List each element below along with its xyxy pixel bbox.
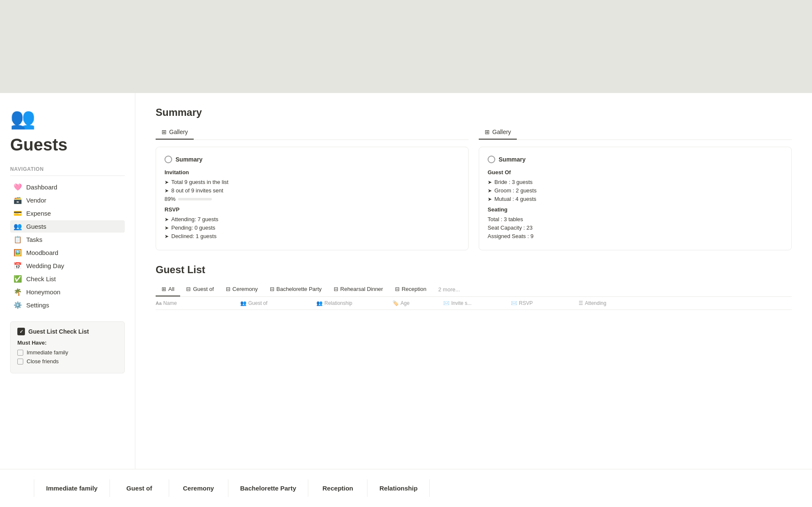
left-card-title: Summary [176, 156, 203, 163]
sidebar-item-check-list[interactable]: ✅ Check List [10, 273, 125, 285]
arrow-icon: ➤ [488, 179, 492, 185]
right-summary-card: Summary Guest Of ➤ Bride : 3 guests ➤ Gr… [479, 147, 792, 250]
tab-ceremony-label: Ceremony [233, 286, 258, 292]
progress-percent: 89% [165, 196, 176, 202]
sidebar-item-expense[interactable]: 💳 Expense [10, 207, 125, 219]
sidebar-item-wedding-day[interactable]: 📅 Wedding Day [10, 260, 125, 272]
sidebar-item-label: Settings [26, 301, 49, 309]
seating-row-3: Assigned Seats : 9 [488, 233, 783, 239]
left-gallery-tab[interactable]: ⊞ Gallery [156, 125, 194, 140]
right-gallery-tab-label: Gallery [492, 129, 511, 135]
seating-text-2: Seat Capacity : 23 [488, 225, 532, 231]
guest-list-tabs: ⊞ All ⊟ Guest of ⊟ Ceremony ⊟ Bacheloret… [156, 282, 792, 297]
right-card-title: Summary [499, 156, 526, 163]
more-tabs[interactable]: 2 more... [432, 283, 466, 296]
main-content: Summary ⊞ Gallery Summary [135, 93, 812, 507]
bottom-filter-bar: Immediate family Guest of Ceremony Bache… [0, 469, 812, 507]
th-age-label: Age [401, 300, 409, 306]
checklist-title: Guest List Check List [28, 328, 89, 335]
arrow-icon: ➤ [488, 188, 492, 194]
gallery-icon-right: ⊞ [485, 129, 490, 135]
nav-items: 🩷 Dashboard 🗃️ Vendor 💳 Expense 👥 Guests… [10, 181, 125, 311]
guest-of-row-3: ➤ Mutual : 4 guests [488, 196, 783, 202]
seating-label: Seating [488, 206, 783, 213]
heart-icon: 🩷 [14, 183, 22, 191]
tasks-icon: 📋 [14, 236, 22, 244]
checkbox-immediate-family[interactable] [17, 350, 23, 356]
guest-list-title: Guest List [156, 264, 792, 276]
filter-guest-of-label: Guest of [126, 485, 152, 492]
checklist-item-label: Immediate family [27, 349, 68, 356]
sidebar-item-vendor[interactable]: 🗃️ Vendor [10, 194, 125, 206]
nav-divider [10, 175, 125, 176]
arrow-icon: ➤ [488, 196, 492, 202]
moodboard-icon: 🖼️ [14, 249, 22, 257]
invitation-label: Invitation [165, 169, 460, 175]
rsvp-text-1: Attending: 7 guests [171, 216, 218, 222]
rsvp-row-1: ➤ Attending: 7 guests [165, 216, 460, 222]
sidebar-item-guests[interactable]: 👥 Guests [10, 220, 125, 233]
checklist-item-close-friends[interactable]: Close friends [17, 358, 118, 364]
sidebar-item-honeymoon[interactable]: 🌴 Honeymoon [10, 286, 125, 298]
th-guestof: 👥 Guest of [240, 300, 316, 306]
tab-bachelorette-label: Bachelorette Party [277, 286, 322, 292]
sidebar-item-label: Check List [26, 275, 56, 282]
left-gallery-tab-container: ⊞ Gallery [156, 125, 469, 140]
sidebar-item-moodboard[interactable]: 🖼️ Moodboard [10, 247, 125, 259]
checklist-item-immediate-family[interactable]: Immediate family [17, 349, 118, 356]
tab-guest-of-label: Guest of [193, 286, 214, 292]
th-invite-label: Invite s... [451, 300, 472, 306]
settings-icon: ⚙️ [14, 301, 22, 309]
right-gallery-tab[interactable]: ⊞ Gallery [479, 125, 517, 140]
left-card-header: Summary [165, 156, 460, 163]
invitation-row-2: ➤ 8 out of 9 invites sent [165, 187, 460, 194]
th-attending: ☰ Attending [579, 300, 792, 306]
tab-all[interactable]: ⊞ All [156, 282, 180, 296]
tab-rehearsal-label: Rehearsal Dinner [340, 286, 383, 292]
sidebar-item-label: Wedding Day [26, 262, 64, 269]
sidebar-item-tasks[interactable]: 📋 Tasks [10, 233, 125, 246]
top-banner [0, 0, 812, 93]
filter-reception[interactable]: Reception [308, 480, 368, 497]
check-icon: ✓ [17, 328, 25, 335]
arrow-icon: ➤ [165, 188, 169, 194]
guests-icon: 👥 [14, 222, 22, 230]
filter-relationship[interactable]: Relationship [368, 480, 430, 497]
th-attending-label: Attending [585, 300, 606, 306]
guest-of-row-2: ➤ Groom : 2 guests [488, 187, 783, 194]
tab-rehearsal[interactable]: ⊟ Rehearsal Dinner [328, 282, 389, 296]
filter-ceremony[interactable]: Ceremony [169, 480, 228, 497]
left-gallery-tab-label: Gallery [169, 129, 188, 135]
honeymoon-icon: 🌴 [14, 288, 22, 296]
guest-of-row-1: ➤ Bride : 3 guests [488, 179, 783, 185]
arrow-icon: ➤ [165, 179, 169, 185]
table-icon-4: ⊟ [334, 286, 338, 292]
page-title: Guests [10, 135, 125, 154]
checklist-header: ✓ Guest List Check List [17, 328, 118, 335]
checkbox-close-friends[interactable] [17, 359, 23, 364]
sidebar-item-settings[interactable]: ⚙️ Settings [10, 299, 125, 311]
rsvp-text-2: Pending: 0 guests [171, 225, 215, 231]
th-relationship-icon: 👥 [316, 300, 323, 306]
guest-of-label: Guest Of [488, 169, 783, 175]
tab-bachelorette[interactable]: ⊟ Bachelorette Party [264, 282, 328, 296]
guest-list-section: Guest List ⊞ All ⊟ Guest of ⊟ Ceremony ⊟… [156, 264, 792, 310]
expense-icon: 💳 [14, 209, 22, 217]
sidebar-item-label: Tasks [26, 236, 42, 243]
vendor-icon: 🗃️ [14, 196, 22, 204]
rsvp-row-2: ➤ Pending: 0 guests [165, 225, 460, 231]
tab-guest-of[interactable]: ⊟ Guest of [180, 282, 219, 296]
filter-immediate-family[interactable]: Immediate family [34, 480, 110, 497]
filter-bachelorette[interactable]: Bachelorette Party [228, 480, 309, 497]
arrow-icon: ➤ [165, 225, 169, 231]
tab-ceremony[interactable]: ⊟ Ceremony [220, 282, 264, 296]
filter-guest-of[interactable]: Guest of [110, 480, 169, 497]
checklist-box: ✓ Guest List Check List Must Have: Immed… [10, 321, 125, 373]
table-icon-1: ⊟ [186, 286, 191, 292]
tab-reception[interactable]: ⊟ Reception [389, 282, 433, 296]
th-relationship-label: Relationship [324, 300, 352, 306]
progress-bar-container [178, 198, 212, 200]
sidebar-item-dashboard[interactable]: 🩷 Dashboard [10, 181, 125, 193]
th-age: 🏷️ Age [392, 300, 443, 306]
th-invite: ✉️ Invite s... [443, 300, 511, 306]
